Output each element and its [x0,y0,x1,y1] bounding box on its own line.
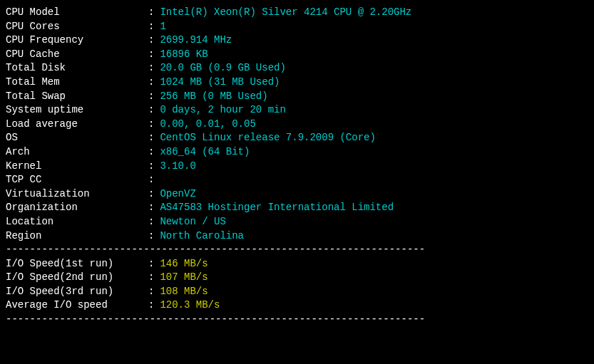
os-value: CentOS Linux release 7.9.2009 (Core) [160,131,375,145]
colon: : [148,76,154,90]
cpu-freq-value: 2699.914 MHz [160,33,232,48]
uptime-value: 0 days, 2 hour 20 min [160,103,285,118]
colon: : [148,187,154,202]
colon: : [148,6,154,20]
loc-value: Newton / US [160,215,225,229]
kernel-row: Kernel : 3.10.0 [6,160,588,174]
io-run1-label: I/O Speed(1st run) [6,257,148,271]
colon: : [148,160,154,174]
io-run3-value: 108 MB/s [160,285,208,299]
colon: : [148,271,154,285]
colon: : [148,20,154,34]
load-value: 0.00, 0.01, 0.05 [160,118,255,132]
colon: : [148,90,154,104]
kernel-value: 3.10.0 [160,160,195,174]
io-run3-row: I/O Speed(3rd run) : 108 MB/s [6,285,588,299]
org-label: Organization [6,201,148,215]
total-mem-label: Total Mem [6,76,148,90]
org-value: AS47583 Hostinger International Limited [160,201,394,215]
cpu-model-row: CPU Model : Intel(R) Xeon(R) Silver 4214… [6,6,588,20]
cpu-cores-label: CPU Cores [6,20,148,34]
io-avg-value: 120.3 MB/s [160,298,220,313]
divider-bottom: ----------------------------------------… [6,313,588,327]
total-disk-value: 20.0 GB (0.9 GB Used) [160,61,285,76]
cpu-freq-row: CPU Frequency : 2699.914 MHz [6,33,588,48]
cpu-cache-row: CPU Cache : 16896 KB [6,48,588,62]
divider-top: ----------------------------------------… [6,243,588,257]
colon: : [148,61,154,76]
total-swap-value: 256 MB (0 MB Used) [160,90,267,104]
io-run1-row: I/O Speed(1st run) : 146 MB/s [6,257,588,271]
total-swap-row: Total Swap : 256 MB (0 MB Used) [6,90,588,104]
total-swap-label: Total Swap [6,90,148,104]
region-value: North Carolina [160,229,244,244]
colon: : [148,131,154,145]
uptime-label: System uptime [6,103,148,118]
region-row: Region : North Carolina [6,229,588,244]
io-run1-value: 146 MB/s [160,257,208,271]
total-mem-row: Total Mem : 1024 MB (31 MB Used) [6,76,588,90]
load-row: Load average : 0.00, 0.01, 0.05 [6,118,588,132]
os-label: OS [6,131,148,145]
tcp-cc-label: TCP CC [6,173,148,187]
loc-label: Location [6,215,148,229]
arch-value: x86_64 (64 Bit) [160,145,250,160]
total-disk-label: Total Disk [6,61,148,76]
colon: : [148,118,154,132]
io-avg-label: Average I/O speed [6,298,148,313]
io-run2-row: I/O Speed(2nd run) : 107 MB/s [6,271,588,285]
colon: : [148,298,154,313]
total-mem-value: 1024 MB (31 MB Used) [160,76,280,90]
arch-row: Arch : x86_64 (64 Bit) [6,145,588,160]
colon: : [148,145,154,160]
colon: : [148,48,154,62]
io-run2-value: 107 MB/s [160,271,208,285]
region-label: Region [6,229,148,244]
virt-value: OpenVZ [160,187,195,202]
org-row: Organization : AS47583 Hostinger Interna… [6,201,588,215]
io-run2-label: I/O Speed(2nd run) [6,271,148,285]
tcp-cc-row: TCP CC : [6,173,588,187]
virt-label: Virtualization [6,187,148,202]
colon: : [148,229,154,244]
colon: : [148,257,154,271]
loc-row: Location : Newton / US [6,215,588,229]
cpu-cache-label: CPU Cache [6,48,148,62]
cpu-cores-value: 1 [160,20,165,34]
colon: : [148,33,154,48]
uptime-row: System uptime : 0 days, 2 hour 20 min [6,103,588,118]
cpu-model-value: Intel(R) Xeon(R) Silver 4214 CPU @ 2.20G… [160,6,411,20]
cpu-freq-label: CPU Frequency [6,33,148,48]
io-run3-label: I/O Speed(3rd run) [6,285,148,299]
colon: : [148,103,154,118]
io-avg-row: Average I/O speed : 120.3 MB/s [6,298,588,313]
virt-row: Virtualization : OpenVZ [6,187,588,202]
arch-label: Arch [6,145,148,160]
colon: : [148,173,154,187]
load-label: Load average [6,118,148,132]
colon: : [148,285,154,299]
cpu-cache-value: 16896 KB [160,48,208,62]
kernel-label: Kernel [6,160,148,174]
cpu-cores-row: CPU Cores : 1 [6,20,588,34]
os-row: OS : CentOS Linux release 7.9.2009 (Core… [6,131,588,145]
colon: : [148,201,154,215]
colon: : [148,215,154,229]
total-disk-row: Total Disk : 20.0 GB (0.9 GB Used) [6,61,588,76]
cpu-model-label: CPU Model [6,6,148,20]
